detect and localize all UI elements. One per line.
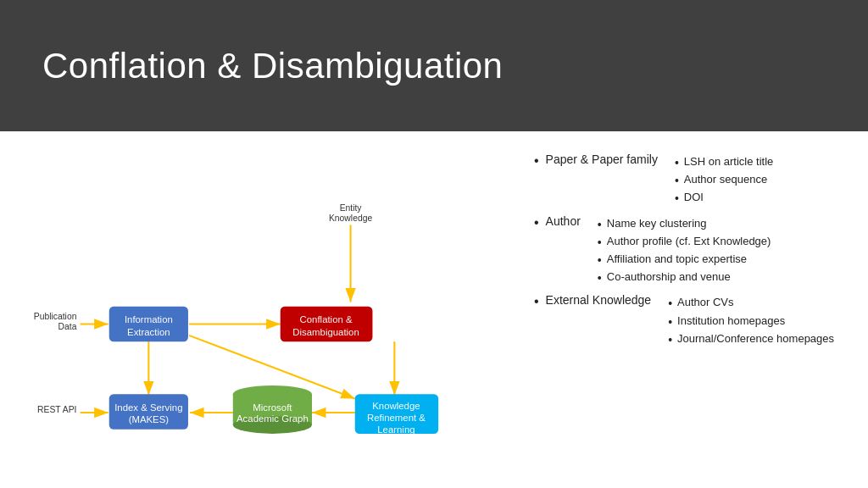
publication-data-label: Publication (34, 312, 77, 321)
header: Conflation & Disambiguation (0, 0, 868, 131)
bullets-area: Paper & Paper family LSH on article titl… (526, 140, 868, 488)
bullet-paper: Paper & Paper family LSH on article titl… (534, 152, 851, 209)
sub-coauthorship: Co-authorship and venue (598, 270, 771, 286)
diagram-area: Entity Knowledge Publication Data REST A… (0, 140, 526, 488)
kr-label3: Learning (377, 424, 415, 435)
sub-journal: Journal/Conference homepages (668, 332, 834, 347)
bullet-paper-sub: LSH on article title Author sequence DOI (675, 155, 773, 209)
entity-knowledge-label: Entity (340, 203, 363, 213)
main-content: Entity Knowledge Publication Data REST A… (0, 131, 868, 488)
sub-author-profile: Author profile (cf. Ext Knowledge) (598, 235, 771, 250)
sub-doi: DOI (675, 191, 773, 206)
bullet-external-label: External Knowledge (546, 293, 652, 307)
diagram-svg: Entity Knowledge Publication Data REST A… (17, 148, 509, 479)
publication-data-label2: Data (58, 322, 77, 331)
sub-institution: Institution homepages (668, 314, 834, 330)
index-serving-label2: (MAKES) (129, 414, 170, 424)
info-extraction-label2: Extraction (127, 327, 170, 337)
rest-api-label: REST API (37, 405, 76, 414)
bullet-author-label: Author (546, 214, 581, 228)
mag-label1: Microsoft (253, 402, 292, 413)
bullet-external-sub: Author CVs Institution homepages Journal… (668, 296, 834, 350)
bullet-author: Author Name key clustering Author profil… (534, 214, 851, 289)
sub-lsh: LSH on article title (675, 155, 773, 170)
bullet-author-sub: Name key clustering Author profile (cf. … (598, 217, 771, 289)
conflation-label2: Disambiguation (292, 327, 359, 337)
bullet-external: External Knowledge Author CVs Institutio… (534, 293, 851, 350)
index-serving-label1: Index & Serving (114, 402, 182, 413)
mag-label2: Academic Graph (236, 413, 309, 424)
conflation-label1: Conflation & (300, 314, 353, 324)
main-bullet-list: Paper & Paper family LSH on article titl… (534, 152, 851, 350)
sub-affiliation: Affiliation and topic expertise (598, 252, 771, 268)
bullet-paper-label: Paper & Paper family (546, 152, 658, 166)
info-extraction-label1: Information (125, 314, 173, 324)
kr-label2: Refinement & (367, 413, 426, 423)
sub-author-cvs: Author CVs (668, 296, 834, 311)
entity-knowledge-label2: Knowledge (329, 214, 372, 223)
sub-author-sequence: Author sequence (675, 173, 773, 188)
kr-label1: Knowledge (372, 401, 420, 411)
sub-name-key: Name key clustering (598, 217, 771, 232)
page-title: Conflation & Disambiguation (42, 46, 503, 86)
